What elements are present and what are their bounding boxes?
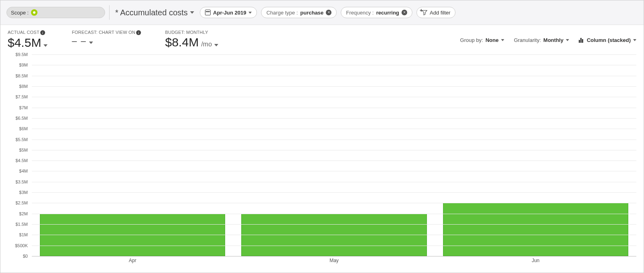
calendar-icon [205,10,211,15]
chart-controls: Group by: None Granularity: Monthly Colu… [460,37,636,43]
bar-slot [435,54,636,256]
date-range-chip[interactable]: Apr-Jun 2019 [200,7,257,18]
gridline [32,129,636,129]
kpi-budget[interactable]: BUDGET: MONTHLY $8.4M /mo [165,30,218,49]
y-axis: $0$500K$1M$1.5M$2M$2.5M$3M$3.5M$4M$4.5M$… [8,54,29,256]
remove-filter-icon[interactable]: × [326,10,331,15]
x-tick-label: Jun [435,258,636,263]
y-tick-label: $6M [19,126,28,131]
y-tick-label: $3.5M [15,179,28,184]
remove-filter-icon[interactable]: × [402,10,407,15]
view-selector[interactable]: * Accumulated costs [114,8,196,17]
x-tick-label: May [233,258,435,263]
filter-chip-frequency[interactable]: Frequency : recurring × [341,7,412,18]
toolbar-divider [109,5,110,20]
y-tick-label: $8M [19,84,28,89]
y-tick-label: $1.5M [15,222,28,227]
kpi-value: $4.5M [8,36,48,50]
kpi-label: FORECAST: CHART VIEW ONi [72,30,141,35]
date-range-text: Apr-Jun 2019 [213,10,246,16]
gridline [32,171,636,171]
gridline [32,160,636,161]
chevron-down-icon [633,39,636,41]
gridline [32,246,636,246]
y-tick-label: $7M [19,105,28,110]
y-tick-label: $0 [23,254,28,258]
chevron-down-icon[interactable] [89,42,93,44]
chevron-down-icon [248,12,252,14]
gridline [32,224,636,225]
cost-chart: $0$500K$1M$1.5M$2M$2.5M$3M$3.5M$4M$4.5M$… [8,54,636,268]
add-filter-label: Add filter [430,10,450,16]
scope-label: Scope : [11,10,29,16]
y-tick-label: $9M [19,63,28,67]
kpi-forecast[interactable]: FORECAST: CHART VIEW ONi – – [72,30,141,46]
y-tick-label: $2.5M [15,200,28,205]
y-tick-label: $9.5M [15,52,28,57]
gridline [32,140,636,140]
gridline [32,214,636,214]
chevron-down-icon[interactable] [43,44,48,47]
kpi-value: – – [72,36,141,46]
info-icon[interactable]: i [136,30,141,35]
filter-icon: + [422,10,427,15]
group-by-selector[interactable]: Group by: None [460,37,504,43]
gridline [32,108,636,108]
chart-type-selector[interactable]: Column (stacked) [579,37,636,43]
kpi-label: BUDGET: MONTHLY [165,30,218,35]
chevron-down-icon[interactable] [214,44,218,46]
y-tick-label: $7.5M [15,94,28,99]
granularity-selector[interactable]: Granularity: Monthly [514,37,569,43]
gridline [32,203,636,203]
y-tick-label: $1M [19,232,28,237]
gridline [32,76,636,76]
toolbar: Scope : * Accumulated costs Apr-Jun 2019… [0,0,644,25]
bar-chart-icon [579,38,584,43]
kpi-value: $8.4M /mo [165,35,218,49]
gridline [32,150,636,150]
scope-icon [31,9,37,16]
add-filter-button[interactable]: + Add filter [416,7,456,18]
y-tick-label: $4M [19,169,28,173]
gridline [32,65,636,65]
kpi-row: ACTUAL COSTi $4.5M FORECAST: CHART VIEW … [0,25,644,50]
filter-value: purchase [300,10,324,16]
x-tick-label: Apr [32,258,233,263]
gridline [32,235,636,235]
y-tick-label: $6.5M [15,116,28,121]
bar-slot [32,54,233,256]
y-tick-label: $3M [19,190,28,195]
y-tick-label: $500K [15,243,28,248]
view-name: * Accumulated costs [115,8,188,17]
y-tick-label: $5M [19,148,28,152]
scope-selector[interactable]: Scope : [6,7,105,18]
kpi-actual-cost[interactable]: ACTUAL COSTi $4.5M [8,30,48,50]
filter-label: Charge type : [266,10,298,16]
bar-slot [233,54,435,256]
y-tick-label: $5.5M [15,137,28,142]
gridline [32,97,636,97]
gridline [32,182,636,182]
gridline [32,256,636,256]
filter-label: Frequency : [346,10,374,16]
y-tick-label: $8.5M [15,73,28,78]
chevron-down-icon [566,39,569,41]
bar[interactable] [443,203,628,256]
chevron-down-icon [501,39,504,41]
kpi-label: ACTUAL COSTi [8,30,48,35]
gridline [32,118,636,119]
filter-chip-charge-type[interactable]: Charge type : purchase × [261,7,337,18]
y-tick-label: $4.5M [15,158,28,163]
info-icon[interactable]: i [40,30,45,35]
gridline [32,54,636,55]
y-tick-label: $2M [19,211,28,216]
gridline [32,192,636,193]
filter-value: recurring [376,10,399,16]
x-axis: AprMayJun [32,258,636,263]
gridline [32,86,636,87]
bars-container [32,54,636,256]
chevron-down-icon [190,11,194,14]
plot-area [32,54,636,256]
